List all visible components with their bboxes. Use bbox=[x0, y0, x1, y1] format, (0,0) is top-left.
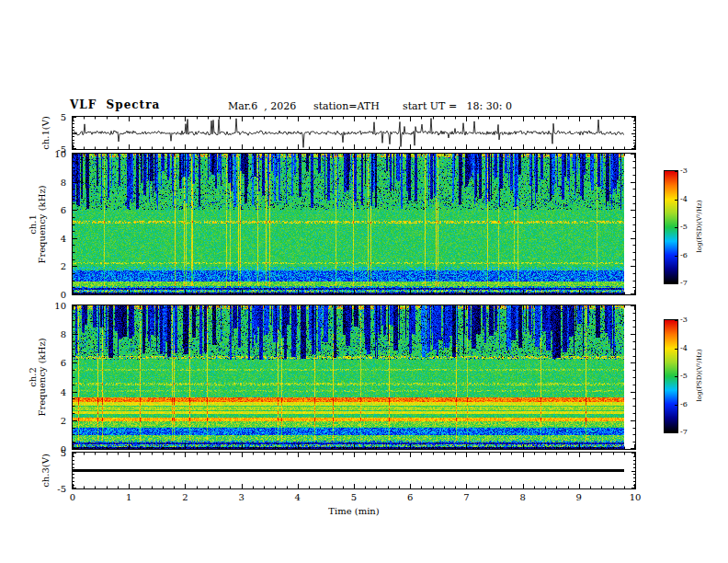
colorbar-ch1-label: log(PSD)(V²/Hz) bbox=[693, 170, 704, 282]
x-tick-label: 5 bbox=[351, 492, 357, 502]
vlf-spectra-figure: VLF Spectra Mar.6 , 2026 station=ATH sta… bbox=[0, 0, 728, 563]
colorbar-tick-label: -6 bbox=[680, 399, 688, 408]
x-tick-label: 10 bbox=[630, 492, 642, 502]
y-tick-label: 0 bbox=[61, 290, 66, 300]
ch2-spectrogram-y-ticks: 1086420 bbox=[48, 305, 68, 449]
x-tick-label: 4 bbox=[295, 492, 301, 502]
y-tick-label: 4 bbox=[61, 386, 66, 396]
y-tick-label: 10 bbox=[54, 301, 66, 311]
ch1-frequency-axis-label-text: ch.1 Frequency (kHz) bbox=[28, 185, 47, 263]
ch1-waveform-plot bbox=[72, 116, 636, 150]
x-tick-label: 1 bbox=[126, 492, 131, 502]
colorbar-tick-label: -7 bbox=[680, 428, 688, 436]
x-axis-tick-labels: 012345678910 bbox=[73, 492, 636, 503]
x-axis-label: Time (min) bbox=[73, 506, 635, 516]
date-label: Mar.6 , 2026 bbox=[228, 100, 296, 112]
colorbar-ch1 bbox=[664, 170, 678, 284]
x-tick-label: 8 bbox=[519, 492, 525, 502]
colorbar-ch2 bbox=[664, 319, 678, 433]
ch1-spectrogram-y-ticks: 1086420 bbox=[48, 154, 68, 294]
y-tick-label: 8 bbox=[61, 329, 66, 339]
colorbar-tick-label: -3 bbox=[680, 167, 688, 175]
y-tick-label: 4 bbox=[61, 233, 66, 243]
y-tick-label: 5 bbox=[61, 448, 66, 458]
y-tick-label: 10 bbox=[54, 149, 66, 159]
y-tick-label: -5 bbox=[57, 484, 66, 494]
colorbar-tick-label: -4 bbox=[680, 343, 688, 351]
ch3-waveform-plot bbox=[72, 452, 636, 489]
start-ut-label: start UT = 18: 30: 0 bbox=[403, 100, 512, 112]
colorbar-tick-label: -3 bbox=[680, 316, 688, 324]
x-tick-label: 0 bbox=[70, 492, 75, 502]
y-tick-label: 6 bbox=[61, 358, 66, 368]
colorbar-tick-label: -5 bbox=[680, 372, 688, 380]
ch3-waveform-y-ticks: 5-5 bbox=[48, 453, 68, 488]
y-tick-label: 5 bbox=[61, 112, 66, 122]
colorbar-ch2-label-text: log(PSD)(V²/Hz) bbox=[695, 350, 702, 402]
colorbar-ch2-label: log(PSD)(V²/Hz) bbox=[693, 319, 704, 431]
x-tick-label: 6 bbox=[407, 492, 413, 502]
y-tick-label: 2 bbox=[61, 415, 66, 425]
colorbar-tick-label: -6 bbox=[680, 250, 688, 259]
ch2-label-line2: Frequency (kHz) bbox=[38, 338, 47, 416]
ch1-label-line2: Frequency (kHz) bbox=[38, 185, 47, 263]
ch1-spectrogram bbox=[72, 153, 636, 295]
ch2-spectrogram bbox=[72, 304, 636, 450]
x-tick-label: 3 bbox=[238, 492, 244, 502]
colorbar-tick-label: -7 bbox=[680, 279, 688, 287]
colorbar-tick-label: -4 bbox=[680, 194, 688, 202]
ch1-frequency-axis-label: ch.1 Frequency (kHz) bbox=[26, 153, 50, 295]
ch2-frequency-axis-label-text: ch.2 Frequency (kHz) bbox=[28, 338, 47, 416]
x-tick-label: 9 bbox=[576, 492, 582, 502]
figure-title: VLF Spectra bbox=[70, 98, 160, 111]
ch1-waveform-y-ticks: 5-5 bbox=[48, 117, 68, 149]
station-label: station=ATH bbox=[313, 100, 380, 112]
ch2-frequency-axis-label: ch.2 Frequency (kHz) bbox=[26, 304, 50, 450]
colorbar-ch1-label-text: log(PSD)(V²/Hz) bbox=[695, 201, 702, 253]
y-tick-label: 2 bbox=[61, 261, 66, 271]
x-tick-label: 7 bbox=[463, 492, 469, 502]
x-tick-label: 2 bbox=[182, 492, 188, 502]
y-tick-label: 8 bbox=[61, 177, 66, 187]
y-tick-label: 6 bbox=[61, 205, 66, 215]
colorbar-tick-label: -5 bbox=[680, 223, 688, 231]
